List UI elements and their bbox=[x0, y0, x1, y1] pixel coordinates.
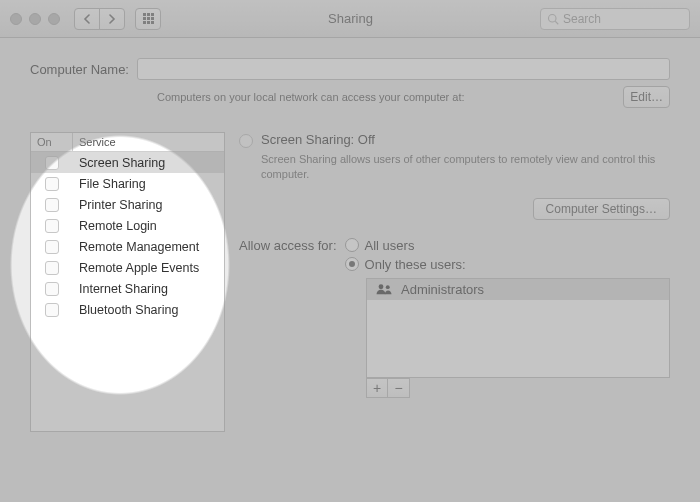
grid-icon bbox=[143, 13, 154, 24]
svg-point-3 bbox=[386, 285, 390, 289]
service-row[interactable]: Bluetooth Sharing bbox=[31, 299, 224, 320]
svg-point-0 bbox=[549, 14, 557, 22]
computer-name-hint-row: Computers on your local network can acce… bbox=[157, 86, 670, 108]
search-placeholder: Search bbox=[563, 12, 601, 26]
service-checkbox[interactable] bbox=[45, 156, 59, 170]
minimize-window-icon[interactable] bbox=[29, 13, 41, 25]
show-all-button[interactable] bbox=[135, 8, 161, 30]
service-row[interactable]: Screen Sharing bbox=[31, 152, 224, 173]
service-label: Bluetooth Sharing bbox=[73, 303, 224, 317]
allowed-users-list[interactable]: Administrators bbox=[366, 278, 670, 378]
service-label: File Sharing bbox=[73, 177, 224, 191]
service-checkbox[interactable] bbox=[45, 219, 59, 233]
add-user-button[interactable]: + bbox=[366, 378, 388, 398]
traffic-lights bbox=[10, 13, 60, 25]
window-toolbar: Sharing Search bbox=[0, 0, 700, 38]
minus-icon: − bbox=[394, 380, 402, 396]
computer-name-label: Computer Name: bbox=[30, 62, 129, 77]
services-header-on: On bbox=[31, 133, 73, 151]
service-checkbox[interactable] bbox=[45, 282, 59, 296]
radio-icon bbox=[345, 238, 359, 252]
service-checkbox[interactable] bbox=[45, 261, 59, 275]
edit-hostname-button[interactable]: Edit… bbox=[623, 86, 670, 108]
service-label: Remote Management bbox=[73, 240, 224, 254]
close-window-icon[interactable] bbox=[10, 13, 22, 25]
service-row[interactable]: Printer Sharing bbox=[31, 194, 224, 215]
service-detail: Screen Sharing: Off Screen Sharing allow… bbox=[239, 132, 670, 432]
access-all-users-option[interactable]: All users bbox=[345, 238, 466, 253]
computer-name-field[interactable] bbox=[137, 58, 670, 80]
service-detail-description: Screen Sharing allows users of other com… bbox=[261, 152, 670, 182]
user-list-controls: + − bbox=[366, 378, 670, 398]
service-checkbox[interactable] bbox=[45, 240, 59, 254]
service-row[interactable]: File Sharing bbox=[31, 173, 224, 194]
computer-settings-button[interactable]: Computer Settings… bbox=[533, 198, 670, 220]
search-icon bbox=[547, 13, 559, 25]
plus-icon: + bbox=[373, 380, 381, 396]
service-label: Printer Sharing bbox=[73, 198, 224, 212]
svg-line-1 bbox=[555, 21, 558, 24]
service-detail-title: Screen Sharing: Off bbox=[261, 132, 375, 147]
service-label: Internet Sharing bbox=[73, 282, 224, 296]
services-header-service: Service bbox=[73, 133, 224, 151]
radio-selected-icon bbox=[345, 257, 359, 271]
service-label: Remote Apple Events bbox=[73, 261, 224, 275]
back-button[interactable] bbox=[74, 8, 100, 30]
computer-name-row: Computer Name: bbox=[30, 58, 670, 80]
chevron-right-icon bbox=[108, 14, 116, 24]
service-checkbox[interactable] bbox=[45, 198, 59, 212]
service-label: Screen Sharing bbox=[73, 156, 224, 170]
access-only-users-label: Only these users: bbox=[365, 257, 466, 272]
zoom-window-icon[interactable] bbox=[48, 13, 60, 25]
list-item[interactable]: Administrators bbox=[367, 279, 669, 300]
allow-access-label: Allow access for: bbox=[239, 238, 337, 253]
remove-user-button[interactable]: − bbox=[388, 378, 410, 398]
service-checkbox[interactable] bbox=[45, 303, 59, 317]
user-name: Administrators bbox=[401, 282, 484, 297]
services-header: On Service bbox=[31, 133, 224, 152]
service-label: Remote Login bbox=[73, 219, 224, 233]
access-only-users-option[interactable]: Only these users: bbox=[345, 257, 466, 272]
chevron-left-icon bbox=[83, 14, 91, 24]
content-area: Computer Name: Computers on your local n… bbox=[0, 38, 700, 448]
service-state-indicator-icon bbox=[239, 134, 253, 148]
service-checkbox[interactable] bbox=[45, 177, 59, 191]
access-all-users-label: All users bbox=[365, 238, 415, 253]
service-row[interactable]: Remote Management bbox=[31, 236, 224, 257]
nav-group bbox=[74, 8, 125, 30]
search-input[interactable]: Search bbox=[540, 8, 690, 30]
services-list: On Service Screen SharingFile SharingPri… bbox=[30, 132, 225, 432]
service-row[interactable]: Remote Login bbox=[31, 215, 224, 236]
svg-point-2 bbox=[379, 285, 384, 290]
service-row[interactable]: Internet Sharing bbox=[31, 278, 224, 299]
forward-button[interactable] bbox=[99, 8, 125, 30]
window-title: Sharing bbox=[171, 11, 530, 26]
people-icon bbox=[375, 283, 393, 295]
computer-name-hint: Computers on your local network can acce… bbox=[157, 91, 465, 103]
service-row[interactable]: Remote Apple Events bbox=[31, 257, 224, 278]
